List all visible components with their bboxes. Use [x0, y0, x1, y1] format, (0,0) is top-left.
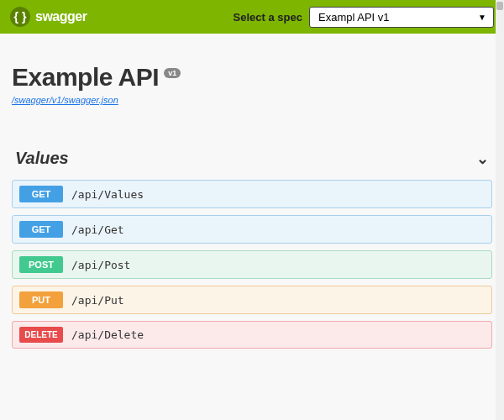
method-badge: POST — [19, 256, 63, 273]
operation-row[interactable]: GET/api/Get — [12, 215, 492, 244]
tag-name: Values — [15, 149, 69, 168]
method-badge: DELETE — [19, 327, 63, 343]
spec-selected-value: Exampl API v1 — [318, 11, 390, 24]
method-badge: GET — [19, 186, 63, 202]
method-badge: GET — [19, 221, 63, 238]
operation-path: /api/Values — [71, 188, 144, 201]
operation-row[interactable]: GET/api/Values — [12, 180, 492, 208]
spec-selector-label: Select a spec — [234, 11, 302, 24]
operation-path: /api/Get — [71, 223, 124, 236]
operation-row[interactable]: POST/api/Post — [12, 250, 492, 279]
operation-path: /api/Put — [71, 294, 124, 307]
scrollbar-thumb[interactable] — [496, 2, 503, 10]
brand-name: swagger — [35, 9, 87, 24]
chevron-down-icon: ▼ — [478, 13, 486, 22]
scrollbar[interactable] — [496, 0, 504, 420]
spec-select[interactable]: Exampl API v1 ▼ — [309, 7, 494, 28]
spec-json-link[interactable]: /swagger/v1/swagger.json — [12, 95, 118, 105]
operation-path: /api/Delete — [71, 328, 144, 341]
topbar: { } swagger Select a spec Exampl API v1 … — [0, 0, 504, 34]
title-row: Example API v1 — [12, 63, 492, 92]
api-title: Example API — [12, 63, 159, 92]
method-badge: PUT — [19, 291, 63, 308]
brand-logo: { } swagger — [10, 7, 87, 27]
operation-path: /api/Post — [71, 259, 130, 271]
version-badge: v1 — [164, 68, 181, 78]
operation-row[interactable]: DELETE/api/Delete — [12, 321, 492, 349]
chevron-down-icon: ⌄ — [476, 150, 489, 168]
main-content: Example API v1 /swagger/v1/swagger.json … — [0, 34, 504, 360]
tag-section: Values ⌄ GET/api/ValuesGET/api/GetPOST/a… — [12, 149, 492, 349]
swagger-icon: { } — [10, 7, 30, 27]
spec-selector-area: Select a spec Exampl API v1 ▼ — [234, 7, 494, 28]
tag-header[interactable]: Values ⌄ — [12, 149, 492, 173]
operation-row[interactable]: PUT/api/Put — [12, 286, 492, 314]
operation-list: GET/api/ValuesGET/api/GetPOST/api/PostPU… — [12, 180, 492, 349]
